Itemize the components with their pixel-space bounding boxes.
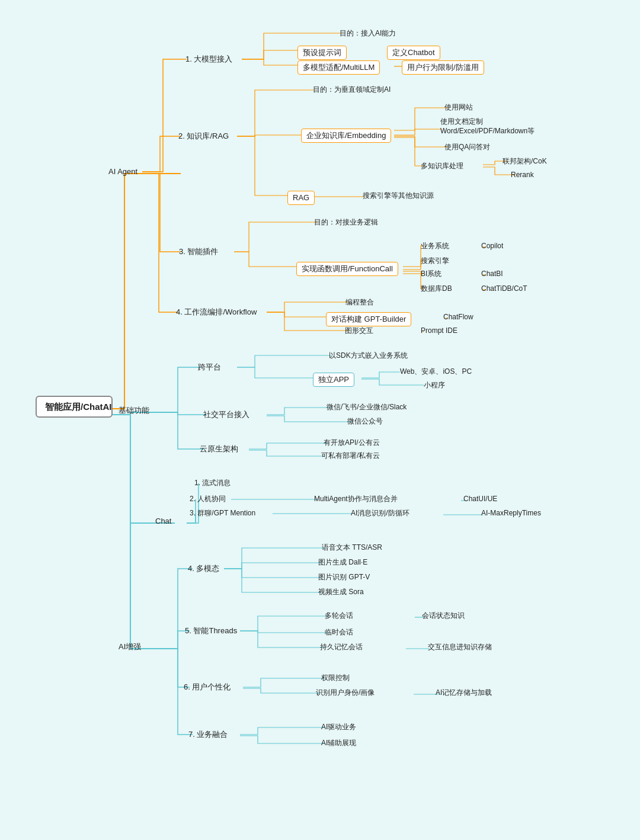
- sousuo-rag: 搜索引擎等其他知识源: [363, 191, 434, 201]
- lianbang-cok: 联邦架构/CoK: [503, 156, 547, 166]
- shiyong-qa: 使用QA问答对: [444, 142, 490, 152]
- damo-node: 1. 大模型接入: [185, 54, 232, 65]
- duihua-gpt: 对话构建 GPT-Builder: [326, 312, 411, 326]
- ai-xiaoxi: AI消息识别/防循环: [351, 508, 409, 518]
- chijiu-jiyi: 持久记忆会话: [320, 642, 363, 652]
- weixin-feishu: 微信/飞书/企业微信/Slack: [327, 402, 407, 412]
- shibie-yonghu: 识别用户身份/画像: [316, 688, 375, 698]
- chat-node: Chat: [155, 516, 171, 527]
- duli-app: 独立APP: [313, 373, 354, 387]
- chatflow: ChatFlow: [443, 312, 473, 322]
- jiaohu-zhishi: 交互信息进知识存储: [428, 642, 492, 652]
- yewu-xitong: 业务系统: [421, 241, 449, 251]
- renji-xietong: 2. 人机协同: [190, 494, 226, 504]
- root-node: 智能应用/ChatAI: [36, 396, 113, 418]
- yuyin-wenben: 语音文本 TTS/ASR: [322, 543, 382, 553]
- tupian-shibie: 图片识别 GPT-V: [318, 572, 370, 582]
- yi-sdk: 以SDK方式嵌入业务系统: [329, 351, 408, 361]
- yonghu-gexinghua-node: 6. 用户个性化: [184, 682, 231, 692]
- yunyuansheng: 云原生架构: [200, 444, 238, 454]
- ai-zengqiang-node: AI增强: [119, 642, 141, 652]
- shiyong-wendang: 使用文档定制Word/Excel/PDF/Markdown等: [440, 117, 535, 136]
- multi-agent: MultiAgent协作与消息合并: [314, 494, 398, 504]
- mudi-duijie: 目的：对接业务逻辑: [314, 217, 378, 227]
- mindmap-svg: [0, 0, 640, 840]
- rag: RAG: [287, 191, 315, 205]
- liushi-xiaoxi: 1. 流式消息: [194, 478, 231, 488]
- linshi-huihua: 临时会话: [325, 627, 353, 637]
- prompt-ide: Prompt IDE: [421, 326, 457, 336]
- bi-xitong: BI系统: [421, 269, 441, 279]
- copilot: Copilot: [481, 241, 503, 251]
- chatbi: ChatBI: [481, 269, 503, 279]
- biancheng: 编程整合: [345, 297, 374, 307]
- xiaochengxu: 小程序: [424, 380, 445, 390]
- qiye-zhishi: 企业知识库/Embedding: [301, 129, 391, 143]
- ai-maxreply: AI-MaxReplyTimes: [481, 508, 541, 518]
- ai-agent-node: AI Agent: [108, 166, 137, 177]
- duozhishi: 多知识库处理: [421, 161, 463, 171]
- yonghu-xian: 用户行为限制/防滥用: [402, 60, 484, 75]
- rerank: Rerank: [511, 170, 534, 180]
- chatui-ue: ChatUI/UE: [463, 494, 497, 504]
- weixin-gzh: 微信公众号: [347, 416, 383, 427]
- kaifang-api: 有开放API/公有云: [324, 438, 380, 448]
- huihua-zt-zishi: 会话状态知识: [422, 611, 465, 621]
- siyou-yunbu: 可私有部署/私有云: [321, 451, 380, 461]
- shixian-func: 实现函数调用/FunctionCall: [296, 262, 398, 276]
- tupian-shengcheng: 图片生成 Dall·E: [318, 557, 367, 568]
- mudi-chuizhi: 目的：为垂直领域定制AI: [313, 85, 391, 95]
- sousuo-yinqing2: 搜索引擎: [421, 256, 449, 266]
- shiyong-wangzhan: 使用网站: [444, 102, 473, 113]
- ai-yewu: AI驱动业务: [321, 722, 356, 732]
- mudi-jieruai: 目的：接入AI能力: [340, 28, 396, 39]
- web-android: Web、安卓、iOS、PC: [400, 367, 472, 377]
- ai-jiyi-jiazai: AI记忆存储与加载: [436, 688, 492, 698]
- duolun-huihua: 多轮会话: [325, 611, 353, 621]
- zhineng-threads-node: 5. 智能Threads: [185, 626, 237, 636]
- quanxian-kongzhi: 权限控制: [321, 673, 350, 683]
- ding-chatbot: 定义Chatbot: [387, 46, 440, 60]
- tuxing-jiaohu: 图形交互: [345, 326, 373, 336]
- mindmap-container: 智能应用/ChatAI AI Agent Chat 基础功能 AI增强 1. 大…: [0, 0, 640, 840]
- duomoxing: 多模型适配/MultiLLM: [297, 60, 380, 75]
- zhishiku-node: 2. 知识库/RAG: [178, 131, 229, 142]
- duomotai-node: 4. 多模态: [188, 563, 219, 574]
- yushe-tieshi: 预设提示词: [297, 46, 347, 60]
- shujuku-db: 数据库DB: [421, 284, 452, 294]
- qunliao: 3. 群聊/GPT Mention: [190, 508, 255, 518]
- kuapingtai-node: 跨平台: [198, 362, 221, 373]
- yewu-ronghe-node: 7. 业务融合: [188, 729, 228, 740]
- chattidb: ChatTiDB/CoT: [481, 284, 527, 294]
- gongzuoliu-node: 4. 工作流编排/Workflow: [176, 307, 257, 318]
- ai-fuzhu: AI辅助展现: [321, 738, 356, 748]
- shejiao-jierou: 社交平台接入: [203, 409, 249, 420]
- zhineng-chajian-node: 3. 智能插件: [179, 246, 218, 257]
- jichu-gongneng-node: 基础功能: [119, 405, 149, 416]
- shipin-shengcheng: 视频生成 Sora: [318, 587, 364, 597]
